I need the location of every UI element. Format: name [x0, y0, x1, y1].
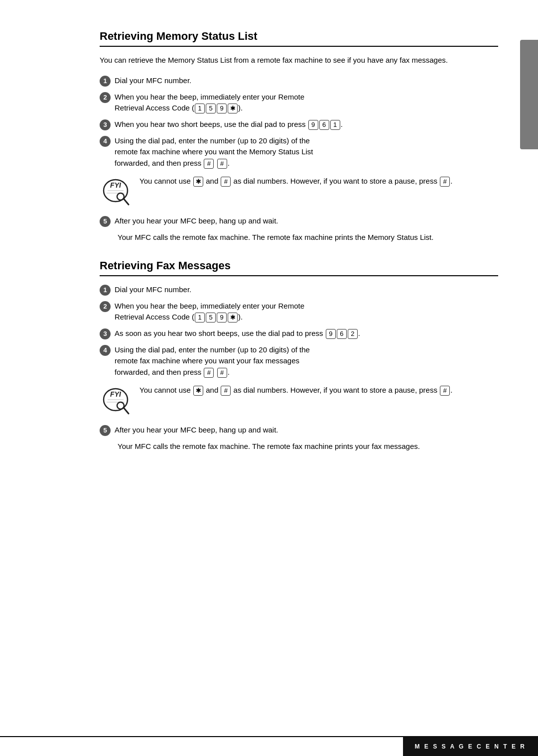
key-hash: # — [217, 368, 227, 378]
svg-text:FYI: FYI — [110, 390, 122, 398]
step-item: 1 Dial your MFC number. — [100, 75, 498, 87]
key-9: 9 — [308, 120, 318, 130]
key-hash: # — [221, 386, 231, 396]
key-hash: # — [440, 386, 450, 396]
footer-bar: M E S S A G E C E N T E R — [0, 736, 538, 756]
key-hash: # — [221, 177, 231, 187]
fyi-block: FYI You cannot use ✱ and # as dial numbe… — [100, 385, 498, 418]
fyi-icon: FYI — [100, 386, 132, 418]
step-text: After you hear your MFC beep, hang up an… — [115, 216, 498, 227]
footer-label: M E S S A G E C E N T E R — [403, 737, 538, 756]
step-item: 3 When you hear two short beeps, use the… — [100, 119, 498, 130]
key-2: 2 — [348, 329, 358, 339]
step-text: Using the dial pad, enter the number (up… — [115, 135, 498, 169]
section1-result: Your MFC calls the remote fax machine. T… — [118, 232, 498, 243]
section2-title: Retrieving Fax Messages — [100, 259, 498, 276]
svg-text:FYI: FYI — [110, 181, 122, 189]
step-item: 2 When you hear the beep, immediately en… — [100, 92, 498, 114]
step-number: 3 — [100, 119, 111, 130]
section2-steps: 1 Dial your MFC number. 2 When you hear … — [100, 284, 498, 378]
key-1: 1 — [195, 313, 205, 323]
step-number: 5 — [100, 425, 111, 436]
fyi-text: You cannot use ✱ and # as dial numbers. … — [139, 176, 498, 187]
key-hash: # — [217, 159, 227, 169]
step-text: Dial your MFC number. — [115, 75, 498, 87]
step-item: 5 After you hear your MFC beep, hang up … — [100, 216, 498, 227]
key-6: 6 — [319, 120, 329, 130]
step-number: 4 — [100, 136, 111, 147]
step-number: 2 — [100, 301, 111, 312]
main-content: Retrieving Memory Status List You can re… — [0, 0, 538, 756]
svg-line-2 — [124, 199, 129, 205]
fyi-block: FYI You cannot use ✱ and # as dial numbe… — [100, 176, 498, 209]
section1-intro: You can retrieve the Memory Status List … — [100, 55, 498, 66]
step-item: 5 After you hear your MFC beep, hang up … — [100, 425, 498, 436]
step-text: Using the dial pad, enter the number (up… — [115, 344, 498, 378]
svg-point-3 — [117, 193, 124, 200]
step-item: 2 When you hear the beep, immediately en… — [100, 301, 498, 323]
key-9: 9 — [326, 329, 336, 339]
step-number: 1 — [100, 285, 111, 296]
svg-line-8 — [124, 408, 129, 414]
step-text: Dial your MFC number. — [115, 284, 498, 296]
step-item: 4 Using the dial pad, enter the number (… — [100, 344, 498, 378]
step-text: When you hear two short beeps, use the d… — [115, 119, 498, 130]
section1-title: Retrieving Memory Status List — [100, 30, 498, 47]
key-1: 1 — [195, 104, 205, 113]
step-number: 1 — [100, 76, 111, 87]
key-hash: # — [204, 159, 214, 169]
svg-point-9 — [117, 402, 124, 409]
section1-steps: 1 Dial your MFC number. 2 When you hear … — [100, 75, 498, 169]
step-number: 5 — [100, 216, 111, 227]
fyi-icon: FYI — [100, 177, 132, 209]
fyi-text: You cannot use ✱ and # as dial numbers. … — [139, 385, 498, 396]
step-item: 4 Using the dial pad, enter the number (… — [100, 135, 498, 169]
step-text: When you hear the beep, immediately ente… — [115, 301, 498, 323]
key-5: 5 — [206, 104, 216, 113]
key-5: 5 — [206, 313, 216, 323]
key-star: ✱ — [228, 313, 238, 323]
step-text: When you hear the beep, immediately ente… — [115, 92, 498, 114]
key-9: 9 — [217, 313, 227, 323]
key-9: 9 — [217, 104, 227, 113]
section-memory-status: Retrieving Memory Status List You can re… — [100, 30, 498, 243]
step-text: As soon as you hear two short beeps, use… — [115, 328, 498, 339]
key-1: 1 — [330, 120, 340, 130]
step-item: 1 Dial your MFC number. — [100, 284, 498, 296]
step-number: 4 — [100, 345, 111, 356]
step-number: 3 — [100, 328, 111, 339]
key-6: 6 — [337, 329, 347, 339]
step-number: 2 — [100, 92, 111, 103]
key-star: ✱ — [193, 386, 203, 396]
section-fax-messages: Retrieving Fax Messages 1 Dial your MFC … — [100, 259, 498, 452]
key-star: ✱ — [193, 177, 203, 187]
key-star: ✱ — [228, 104, 238, 113]
step-text: After you hear your MFC beep, hang up an… — [115, 425, 498, 436]
section2-result: Your MFC calls the remote fax machine. T… — [118, 441, 498, 452]
key-hash: # — [204, 368, 214, 378]
key-hash: # — [440, 177, 450, 187]
step-item: 3 As soon as you hear two short beeps, u… — [100, 328, 498, 339]
side-tab — [520, 40, 538, 149]
